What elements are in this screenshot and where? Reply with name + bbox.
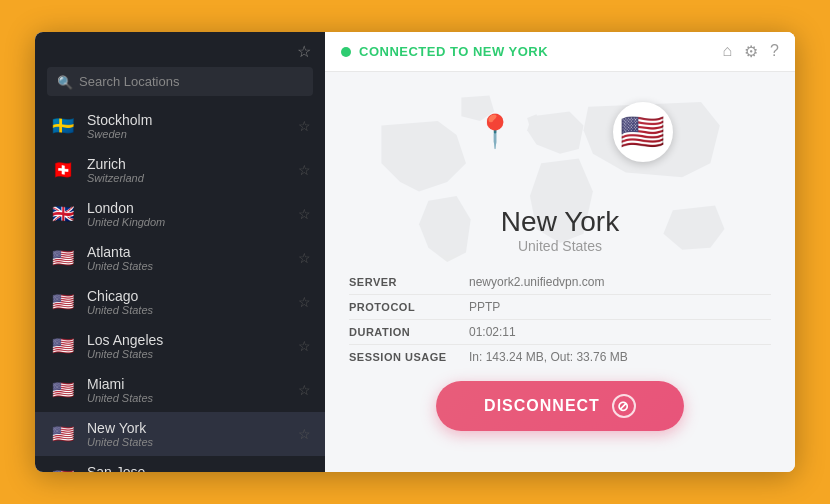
location-country-miami: United States (87, 392, 294, 404)
help-icon[interactable]: ? (770, 42, 779, 61)
country-flag-large: 🇺🇸 (613, 102, 673, 162)
location-star-atlanta[interactable]: ☆ (298, 250, 311, 266)
location-item-new-york[interactable]: 🇺🇸 New York United States ☆ (35, 412, 325, 456)
location-info-chicago: Chicago United States (87, 288, 294, 316)
location-name-zurich: Zurich (87, 156, 294, 172)
location-star-chicago[interactable]: ☆ (298, 294, 311, 310)
flag-zurich: 🇨🇭 (49, 156, 77, 184)
location-country-new-york: United States (87, 436, 294, 448)
location-info-new-york: New York United States (87, 420, 294, 448)
status-dot (341, 47, 351, 57)
location-pin-icon: 📍 (475, 112, 515, 150)
settings-icon[interactable]: ⚙ (744, 42, 758, 61)
map-content: 📍 🇺🇸 New York United States SERVER newyo… (325, 82, 795, 431)
session-label: SESSION USAGE (349, 351, 469, 363)
session-row: SESSION USAGE In: 143.24 MB, Out: 33.76 … (349, 345, 771, 369)
disconnect-icon: ⊘ (612, 394, 636, 418)
protocol-value: PPTP (469, 300, 500, 314)
sidebar-header: ☆ (35, 32, 325, 67)
location-name-atlanta: Atlanta (87, 244, 294, 260)
app-window: ☆ 🔍 🇸🇪 Stockholm Sweden ☆ 🇨🇭 Zurich Swit… (35, 32, 795, 472)
location-info-san-jose: San Jose United States (87, 464, 294, 472)
server-label: SERVER (349, 276, 469, 288)
flag-chicago: 🇺🇸 (49, 288, 77, 316)
location-country-los-angeles: United States (87, 348, 294, 360)
main-header: CONNECTED TO NEW YORK ⌂ ⚙ ? (325, 32, 795, 72)
location-name-los-angeles: Los Angeles (87, 332, 294, 348)
flag-emoji-large: 🇺🇸 (620, 111, 665, 153)
status-text: CONNECTED TO NEW YORK (359, 44, 548, 59)
location-item-chicago[interactable]: 🇺🇸 Chicago United States ☆ (35, 280, 325, 324)
location-star-san-jose[interactable]: ☆ (298, 470, 311, 472)
disconnect-button[interactable]: DISCONNECT ⊘ (436, 381, 684, 431)
location-country-atlanta: United States (87, 260, 294, 272)
flag-london: 🇬🇧 (49, 200, 77, 228)
protocol-row: PROTOCOL PPTP (349, 295, 771, 320)
server-row: SERVER newyork2.unifiedvpn.com (349, 270, 771, 295)
flag-miami: 🇺🇸 (49, 376, 77, 404)
flag-los-angeles: 🇺🇸 (49, 332, 77, 360)
map-pins: 📍 🇺🇸 (325, 82, 795, 202)
location-item-san-jose[interactable]: 🇺🇸 San Jose United States ☆ (35, 456, 325, 472)
protocol-label: PROTOCOL (349, 301, 469, 313)
search-input[interactable] (47, 67, 313, 96)
sidebar: ☆ 🔍 🇸🇪 Stockholm Sweden ☆ 🇨🇭 Zurich Swit… (35, 32, 325, 472)
duration-value: 01:02:11 (469, 325, 516, 339)
server-value: newyork2.unifiedvpn.com (469, 275, 604, 289)
location-item-zurich[interactable]: 🇨🇭 Zurich Switzerland ☆ (35, 148, 325, 192)
flag-new-york: 🇺🇸 (49, 420, 77, 448)
location-item-miami[interactable]: 🇺🇸 Miami United States ☆ (35, 368, 325, 412)
location-info-stockholm: Stockholm Sweden (87, 112, 294, 140)
location-name-new-york: New York (87, 420, 294, 436)
flag-san-jose: 🇺🇸 (49, 464, 77, 472)
location-info-london: London United Kingdom (87, 200, 294, 228)
location-star-stockholm[interactable]: ☆ (298, 118, 311, 134)
location-info-los-angeles: Los Angeles United States (87, 332, 294, 360)
location-country-zurich: Switzerland (87, 172, 294, 184)
location-name-miami: Miami (87, 376, 294, 392)
location-item-los-angeles[interactable]: 🇺🇸 Los Angeles United States ☆ (35, 324, 325, 368)
main-panel: CONNECTED TO NEW YORK ⌂ ⚙ ? (325, 32, 795, 472)
home-icon[interactable]: ⌂ (722, 42, 732, 61)
location-name-london: London (87, 200, 294, 216)
location-name-san-jose: San Jose (87, 464, 294, 472)
country-name: United States (518, 238, 602, 254)
search-icon: 🔍 (57, 74, 73, 89)
map-area: 📍 🇺🇸 New York United States SERVER newyo… (325, 72, 795, 472)
connection-details: SERVER newyork2.unifiedvpn.com PROTOCOL … (349, 270, 771, 369)
location-country-stockholm: Sweden (87, 128, 294, 140)
favorites-star-icon[interactable]: ☆ (297, 42, 311, 61)
location-name-stockholm: Stockholm (87, 112, 294, 128)
search-wrapper: 🔍 (47, 67, 313, 96)
duration-label: DURATION (349, 326, 469, 338)
location-star-new-york[interactable]: ☆ (298, 426, 311, 442)
header-icons: ⌂ ⚙ ? (722, 42, 779, 61)
location-item-london[interactable]: 🇬🇧 London United Kingdom ☆ (35, 192, 325, 236)
location-item-stockholm[interactable]: 🇸🇪 Stockholm Sweden ☆ (35, 104, 325, 148)
location-country-london: United Kingdom (87, 216, 294, 228)
flag-stockholm: 🇸🇪 (49, 112, 77, 140)
location-star-miami[interactable]: ☆ (298, 382, 311, 398)
location-list: 🇸🇪 Stockholm Sweden ☆ 🇨🇭 Zurich Switzerl… (35, 104, 325, 472)
flag-atlanta: 🇺🇸 (49, 244, 77, 272)
location-info-zurich: Zurich Switzerland (87, 156, 294, 184)
location-info-miami: Miami United States (87, 376, 294, 404)
pin-location: 📍 (475, 112, 515, 150)
session-value: In: 143.24 MB, Out: 33.76 MB (469, 350, 628, 364)
duration-row: DURATION 01:02:11 (349, 320, 771, 345)
location-name-chicago: Chicago (87, 288, 294, 304)
location-item-atlanta[interactable]: 🇺🇸 Atlanta United States ☆ (35, 236, 325, 280)
location-country-chicago: United States (87, 304, 294, 316)
location-star-los-angeles[interactable]: ☆ (298, 338, 311, 354)
location-star-london[interactable]: ☆ (298, 206, 311, 222)
connection-status: CONNECTED TO NEW YORK (341, 44, 548, 59)
disconnect-label: DISCONNECT (484, 397, 600, 415)
city-name: New York (501, 206, 619, 238)
location-info-atlanta: Atlanta United States (87, 244, 294, 272)
location-star-zurich[interactable]: ☆ (298, 162, 311, 178)
